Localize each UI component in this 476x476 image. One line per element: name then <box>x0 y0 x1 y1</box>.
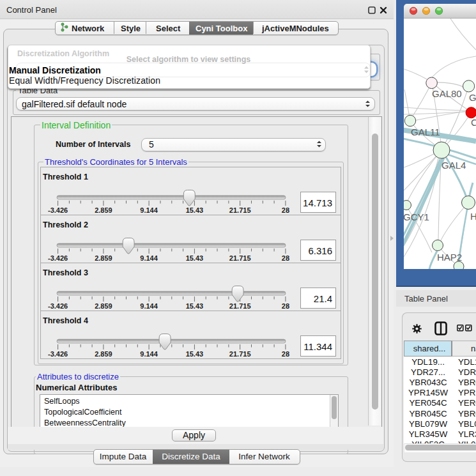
svg-text:9.144: 9.144 <box>140 302 158 310</box>
svg-text:9.144: 9.144 <box>140 350 158 358</box>
svg-text:-3.426: -3.426 <box>48 206 68 214</box>
svg-text:GCY1: GCY1 <box>404 211 429 222</box>
svg-text:28: 28 <box>282 254 289 262</box>
svg-text:-3.426: -3.426 <box>48 350 68 358</box>
svg-text:2.859: 2.859 <box>95 350 112 358</box>
svg-text:HAP2: HAP2 <box>437 252 462 263</box>
svg-text:15.43: 15.43 <box>186 254 204 262</box>
svg-text:15.43: 15.43 <box>186 350 204 358</box>
svg-text:2.859: 2.859 <box>95 302 112 310</box>
svg-text:GAL80: GAL80 <box>432 88 462 99</box>
svg-text:C: C <box>471 117 476 128</box>
svg-text:9.144: 9.144 <box>140 206 158 214</box>
svg-text:2.859: 2.859 <box>95 206 112 214</box>
svg-text:28: 28 <box>282 302 289 310</box>
svg-text:H: H <box>470 211 476 222</box>
svg-text:15.43: 15.43 <box>186 302 204 310</box>
svg-text:GAL4: GAL4 <box>441 160 466 171</box>
svg-text:2.859: 2.859 <box>95 254 112 262</box>
svg-text:21.715: 21.715 <box>229 350 251 358</box>
svg-text:9.144: 9.144 <box>140 254 158 262</box>
svg-text:-3.426: -3.426 <box>48 254 68 262</box>
svg-text:28: 28 <box>282 350 289 358</box>
svg-text:15.43: 15.43 <box>186 206 204 214</box>
svg-text:-3.426: -3.426 <box>48 302 68 310</box>
svg-text:21.715: 21.715 <box>229 302 251 310</box>
svg-text:GAL11: GAL11 <box>411 127 440 137</box>
svg-text:28: 28 <box>282 206 289 214</box>
svg-text:21.715: 21.715 <box>229 206 251 214</box>
svg-text:GA: GA <box>469 92 476 103</box>
svg-text:21.715: 21.715 <box>229 254 251 262</box>
